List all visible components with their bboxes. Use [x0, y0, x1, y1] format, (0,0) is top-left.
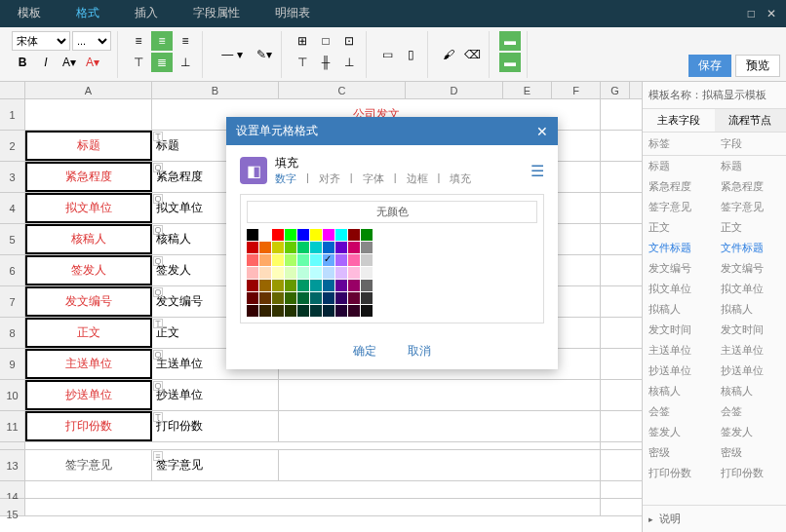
- color-swatch[interactable]: [361, 305, 373, 317]
- menu-insert[interactable]: 插入: [117, 0, 176, 29]
- align-center-icon[interactable]: ≡: [151, 31, 173, 51]
- color-swatch[interactable]: [285, 305, 296, 317]
- fontcolor-button[interactable]: A▾: [82, 53, 103, 72]
- color-swatch[interactable]: [361, 242, 373, 253]
- border-style-icon[interactable]: — ▾: [213, 45, 252, 64]
- cell[interactable]: 抄送单位: [25, 380, 152, 410]
- field-row[interactable]: 发文时间发文时间: [643, 320, 786, 340]
- color-swatch[interactable]: [259, 242, 271, 253]
- color-swatch[interactable]: [297, 229, 309, 241]
- field-row[interactable]: 发文编号发文编号: [643, 258, 786, 279]
- color-swatch[interactable]: [285, 292, 296, 304]
- color-swatch[interactable]: [272, 280, 284, 291]
- clear-format-icon[interactable]: ⌫: [461, 45, 483, 64]
- field-row[interactable]: 密级密级: [643, 442, 786, 463]
- field-row[interactable]: 文件标题文件标题: [643, 238, 786, 258]
- border-color-icon[interactable]: ✎▾: [254, 45, 275, 64]
- subtab-border[interactable]: 边框: [407, 171, 428, 186]
- color-swatch[interactable]: [310, 242, 322, 253]
- color-swatch[interactable]: [348, 242, 360, 253]
- color-swatch[interactable]: [323, 292, 334, 304]
- field-row[interactable]: 拟文单位拟文单位: [643, 279, 786, 299]
- color-swatch[interactable]: [348, 280, 360, 291]
- color-swatch[interactable]: [247, 292, 258, 304]
- col-header[interactable]: B: [152, 82, 279, 98]
- color-swatch[interactable]: [335, 229, 347, 241]
- field-row[interactable]: 拟稿人拟稿人: [643, 299, 786, 320]
- list-view-icon[interactable]: ☰: [531, 162, 544, 180]
- color-swatch[interactable]: [297, 305, 309, 317]
- row-header[interactable]: 1: [0, 99, 25, 130]
- color-swatch[interactable]: [297, 280, 309, 291]
- color-swatch[interactable]: [285, 267, 296, 279]
- italic-button[interactable]: I: [35, 53, 57, 72]
- cell[interactable]: 发文编号: [25, 286, 152, 317]
- border-all-icon[interactable]: ⊞: [292, 31, 313, 51]
- color-swatch[interactable]: [259, 305, 271, 317]
- field-row[interactable]: 正文正文: [643, 217, 786, 238]
- row-header[interactable]: 4: [0, 193, 25, 223]
- color-swatch[interactable]: [259, 267, 271, 279]
- bold-button[interactable]: B: [12, 53, 33, 72]
- color-swatch[interactable]: [348, 267, 360, 279]
- color-swatch[interactable]: [335, 305, 347, 317]
- field-row[interactable]: 主送单位主送单位: [643, 340, 786, 361]
- color-swatch[interactable]: [361, 280, 373, 291]
- border-out-icon[interactable]: □: [315, 31, 336, 51]
- description-section[interactable]: 说明: [643, 505, 786, 532]
- color-swatch[interactable]: [247, 267, 258, 279]
- color-swatch[interactable]: [259, 292, 271, 304]
- border-bot-icon[interactable]: ⊥: [338, 53, 360, 72]
- color-swatch[interactable]: [348, 305, 360, 317]
- color-swatch[interactable]: [335, 254, 347, 266]
- align-left-icon[interactable]: ≡: [128, 31, 149, 51]
- field-row[interactable]: 签发人签发人: [643, 422, 786, 442]
- format-painter-icon[interactable]: 🖌: [438, 45, 459, 64]
- color-swatch[interactable]: [272, 242, 284, 253]
- row-header[interactable]: 8: [0, 318, 25, 348]
- color-swatch[interactable]: [361, 267, 373, 279]
- row-header[interactable]: 13: [0, 450, 25, 480]
- menu-template[interactable]: 模板: [0, 0, 59, 29]
- color-swatch[interactable]: [348, 292, 360, 304]
- subtab-align[interactable]: 对齐: [319, 171, 340, 186]
- rtab-fields[interactable]: 主表字段: [643, 109, 715, 132]
- color-swatch[interactable]: [323, 267, 334, 279]
- ok-button[interactable]: 确定: [353, 344, 376, 358]
- cell[interactable]: [279, 380, 601, 410]
- subtab-number[interactable]: 数字: [275, 171, 296, 186]
- row-header[interactable]: 14: [0, 481, 25, 498]
- col-header[interactable]: [0, 82, 25, 98]
- color-swatch[interactable]: [335, 292, 347, 304]
- color-swatch[interactable]: [335, 242, 347, 253]
- border-none-icon[interactable]: ⊡: [338, 31, 360, 51]
- color-swatch[interactable]: [361, 254, 373, 266]
- cell[interactable]: [25, 499, 601, 515]
- color-swatch[interactable]: [361, 292, 373, 304]
- color-swatch[interactable]: [247, 305, 258, 317]
- fill-green1-icon[interactable]: ▬: [499, 31, 521, 51]
- color-swatch[interactable]: [247, 242, 258, 253]
- col-header[interactable]: C: [279, 82, 406, 98]
- col-header[interactable]: D: [406, 82, 503, 98]
- cell[interactable]: [25, 99, 152, 130]
- cell[interactable]: [279, 411, 601, 441]
- row-header[interactable]: 11: [0, 411, 25, 441]
- valign-bot-icon[interactable]: ⊥: [175, 53, 196, 72]
- window-close-icon[interactable]: ✕: [766, 7, 776, 20]
- menu-detail[interactable]: 明细表: [257, 0, 328, 29]
- cell[interactable]: [279, 450, 601, 480]
- col-header[interactable]: A: [25, 82, 152, 98]
- color-swatch[interactable]: [247, 229, 258, 241]
- color-swatch[interactable]: [323, 229, 334, 241]
- color-swatch[interactable]: [285, 254, 296, 266]
- cell[interactable]: 签发人: [25, 255, 152, 285]
- row-header[interactable]: 10: [0, 380, 25, 410]
- color-swatch[interactable]: [361, 229, 373, 241]
- no-color-button[interactable]: 无颜色: [247, 201, 537, 223]
- cell[interactable]: 签字意见≡: [152, 450, 279, 480]
- color-swatch[interactable]: [323, 305, 334, 317]
- align-right-icon[interactable]: ≡: [175, 31, 196, 51]
- color-swatch[interactable]: [310, 292, 322, 304]
- color-swatch[interactable]: [259, 229, 271, 241]
